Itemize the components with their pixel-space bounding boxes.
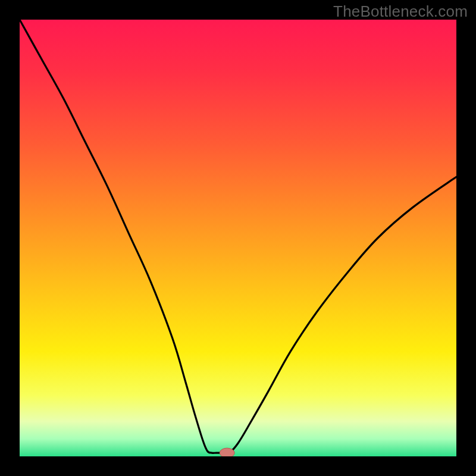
- chart-frame: TheBottleneck.com: [0, 0, 476, 476]
- bottleneck-chart: [20, 20, 456, 456]
- gradient-background: [20, 20, 456, 456]
- watermark-text: TheBottleneck.com: [333, 2, 468, 21]
- plot-area: [20, 20, 456, 456]
- minimum-marker: [220, 448, 234, 456]
